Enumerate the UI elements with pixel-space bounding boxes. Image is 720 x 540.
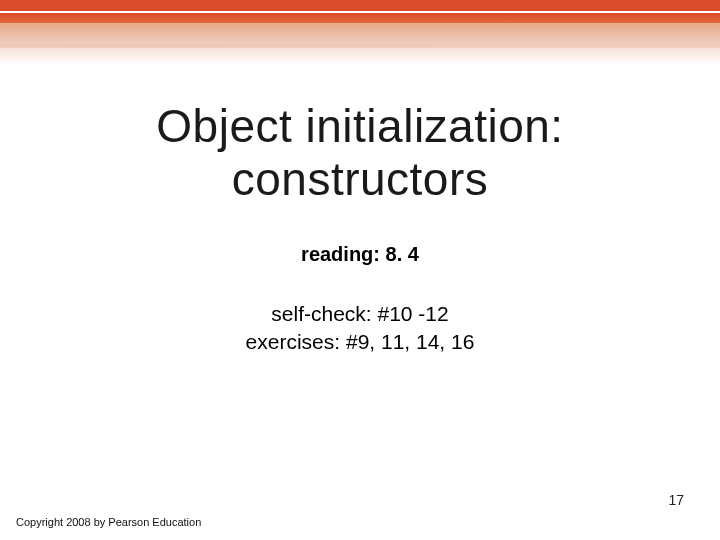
decorative-top-border	[0, 0, 720, 48]
selfcheck-label: self-check: #10 -12	[0, 302, 720, 326]
title-line-2: constructors	[0, 153, 720, 206]
exercises-label: exercises: #9, 11, 14, 16	[0, 330, 720, 354]
copyright-text: Copyright 2008 by Pearson Education	[16, 516, 201, 528]
title-line-1: Object initialization:	[0, 100, 720, 153]
reading-label: reading: 8. 4	[0, 243, 720, 266]
page-number: 17	[668, 492, 684, 508]
slide-title: Object initialization: constructors	[0, 100, 720, 206]
slide: Object initialization: constructors read…	[0, 0, 720, 540]
